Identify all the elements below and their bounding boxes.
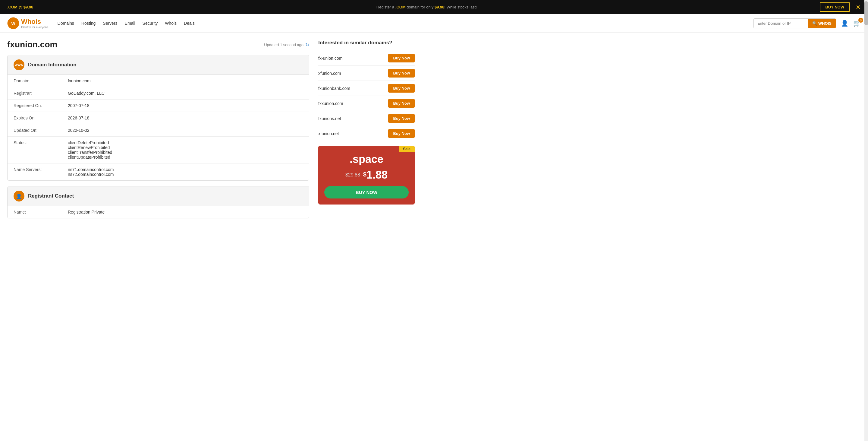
domain-info-header: www Domain Information bbox=[7, 55, 309, 75]
scrollbar-thumb[interactable] bbox=[864, 1, 868, 25]
nav-servers[interactable]: Servers bbox=[103, 21, 117, 26]
sale-price-number: 1.88 bbox=[367, 169, 388, 181]
registrant-title: Registrant Contact bbox=[28, 193, 74, 199]
left-panel: fxunion.com Updated 1 second ago ↻ www D… bbox=[7, 40, 309, 224]
page-title: fxunion.com bbox=[7, 40, 57, 50]
sale-badge: Sale bbox=[399, 146, 415, 152]
registrant-icon: 👤 bbox=[13, 190, 24, 202]
nav-security[interactable]: Security bbox=[143, 21, 158, 26]
search-button-label: WHOIS bbox=[818, 21, 832, 26]
similar-domain-name: fxunions.net bbox=[318, 116, 341, 121]
logo-text: Whois Identity for everyone bbox=[21, 18, 49, 29]
banner-close-icon[interactable]: ✕ bbox=[856, 4, 861, 11]
similar-domain-buy-button[interactable]: Buy Now bbox=[388, 69, 415, 78]
domain-info-value: ns71.domaincontrol.com ns72.domaincontro… bbox=[62, 164, 309, 181]
updated-text-row: Updated 1 second ago ↻ bbox=[264, 42, 309, 48]
nav-email[interactable]: Email bbox=[125, 21, 135, 26]
domain-info-table: Domain:fxunion.comRegistrar:GoDaddy.com,… bbox=[7, 75, 309, 180]
domain-info-label: Expires On: bbox=[7, 112, 62, 124]
domain-info-label: Domain: bbox=[7, 75, 62, 87]
user-icon: 👤 bbox=[841, 20, 848, 27]
domain-info-title: Domain Information bbox=[28, 62, 76, 68]
domain-info-value: 2007-07-18 bbox=[62, 99, 309, 112]
navbar: W Whois Identity for everyone Domains Ho… bbox=[0, 14, 868, 33]
domain-info-label: Registrar: bbox=[7, 87, 62, 99]
similar-domain-row: fx-union.comBuy Now bbox=[318, 51, 415, 66]
similar-domain-name: xfunion.com bbox=[318, 71, 341, 76]
similar-domain-row: fxunionbank.comBuy Now bbox=[318, 81, 415, 96]
similar-domain-buy-button[interactable]: Buy Now bbox=[388, 129, 415, 138]
www-icon: www bbox=[15, 63, 23, 67]
logo-tagline: Identity for everyone bbox=[21, 26, 49, 29]
sale-new-price: $1.88 bbox=[363, 169, 388, 181]
domain-info-label: Updated On: bbox=[7, 124, 62, 137]
banner-center-text: Register a .COM domain for only $9.98! W… bbox=[376, 5, 477, 9]
logo[interactable]: W Whois Identity for everyone bbox=[7, 17, 49, 29]
similar-domain-row: fxxunion.comBuy Now bbox=[318, 96, 415, 111]
cart-badge: 0 bbox=[858, 18, 863, 23]
domain-info-value: clientDeleteProhibited clientRenewProhib… bbox=[62, 137, 309, 164]
similar-domain-buy-button[interactable]: Buy Now bbox=[388, 84, 415, 93]
main-content: fxunion.com Updated 1 second ago ↻ www D… bbox=[0, 33, 422, 231]
registrant-value: Registration Private bbox=[62, 206, 309, 218]
banner-right: BUY NOW ✕ bbox=[820, 2, 861, 12]
registrant-table: Name:Registration Private bbox=[7, 206, 309, 218]
banner-highlight2: $9.98 bbox=[435, 5, 444, 9]
domain-info-label: Status: bbox=[7, 137, 62, 164]
refresh-icon[interactable]: ↻ bbox=[305, 42, 309, 48]
search-input[interactable] bbox=[754, 19, 808, 28]
updated-text: Updated 1 second ago bbox=[264, 42, 304, 47]
user-icon-button[interactable]: 👤 bbox=[841, 20, 848, 27]
domain-info-row: Updated On:2022-10-02 bbox=[7, 124, 309, 137]
banner-buy-now-button[interactable]: BUY NOW bbox=[820, 2, 849, 12]
registrant-row: Name:Registration Private bbox=[7, 206, 309, 218]
domain-info-value: 2026-07-18 bbox=[62, 112, 309, 124]
nav-deals[interactable]: Deals bbox=[184, 21, 195, 26]
similar-domain-name: fx-union.com bbox=[318, 56, 342, 61]
similar-domains-title: Interested in similar domains? bbox=[318, 40, 415, 46]
nav-whois[interactable]: Whois bbox=[165, 21, 177, 26]
right-panel: Interested in similar domains? fx-union.… bbox=[318, 40, 415, 224]
nav-icons: 👤 🛒 0 bbox=[841, 20, 861, 27]
domain-info-row: Status:clientDeleteProhibited clientRene… bbox=[7, 137, 309, 164]
domain-info-row: Registrar:GoDaddy.com, LLC bbox=[7, 87, 309, 99]
domain-info-value: fxunion.com bbox=[62, 75, 309, 87]
nav-links: Domains Hosting Servers Email Security W… bbox=[58, 21, 747, 26]
sale-price-row: $29.88 $1.88 bbox=[324, 169, 409, 181]
sale-old-price: $29.88 bbox=[345, 172, 360, 178]
domain-info-label: Name Servers: bbox=[7, 164, 62, 181]
search-icon: 🔍 bbox=[812, 21, 817, 26]
domain-info-icon: www bbox=[13, 59, 24, 70]
cart-icon-button[interactable]: 🛒 0 bbox=[853, 20, 861, 27]
similar-domain-name: fxunionbank.com bbox=[318, 86, 350, 91]
scrollbar[interactable] bbox=[864, 0, 868, 231]
sale-dollar: $ bbox=[363, 169, 367, 178]
registrant-card: 👤 Registrant Contact Name:Registration P… bbox=[7, 186, 309, 218]
nav-domains[interactable]: Domains bbox=[58, 21, 74, 26]
sale-card: Sale .space $29.88 $1.88 BUY NOW bbox=[318, 146, 415, 205]
logo-word: Whois bbox=[21, 18, 49, 26]
search-button[interactable]: 🔍 WHOIS bbox=[808, 19, 836, 28]
sale-buy-button[interactable]: BUY NOW bbox=[324, 186, 409, 199]
similar-domain-name: xfunion.net bbox=[318, 131, 339, 136]
registrant-header: 👤 Registrant Contact bbox=[7, 186, 309, 206]
logo-icon: W bbox=[7, 17, 19, 29]
similar-domain-buy-button[interactable]: Buy Now bbox=[388, 54, 415, 62]
domain-info-row: Name Servers:ns71.domaincontrol.com ns72… bbox=[7, 164, 309, 181]
svg-text:W: W bbox=[11, 21, 16, 26]
domain-info-row: Domain:fxunion.com bbox=[7, 75, 309, 87]
domain-info-label: Registered On: bbox=[7, 99, 62, 112]
domain-info-card: www Domain Information Domain:fxunion.co… bbox=[7, 55, 309, 181]
person-icon: 👤 bbox=[16, 193, 22, 199]
similar-domain-buy-button[interactable]: Buy Now bbox=[388, 99, 415, 108]
domain-info-row: Registered On:2007-07-18 bbox=[7, 99, 309, 112]
domain-info-value: 2022-10-02 bbox=[62, 124, 309, 137]
banner-left-text: .COM @ $9.98 bbox=[7, 5, 33, 9]
nav-hosting[interactable]: Hosting bbox=[82, 21, 96, 26]
banner-highlight1: .COM bbox=[396, 5, 406, 9]
domain-info-row: Expires On:2026-07-18 bbox=[7, 112, 309, 124]
domain-info-value: GoDaddy.com, LLC bbox=[62, 87, 309, 99]
similar-domain-buy-button[interactable]: Buy Now bbox=[388, 114, 415, 123]
similar-domains-list: fx-union.comBuy Nowxfunion.comBuy Nowfxu… bbox=[318, 51, 415, 141]
page-title-row: fxunion.com Updated 1 second ago ↻ bbox=[7, 40, 309, 50]
